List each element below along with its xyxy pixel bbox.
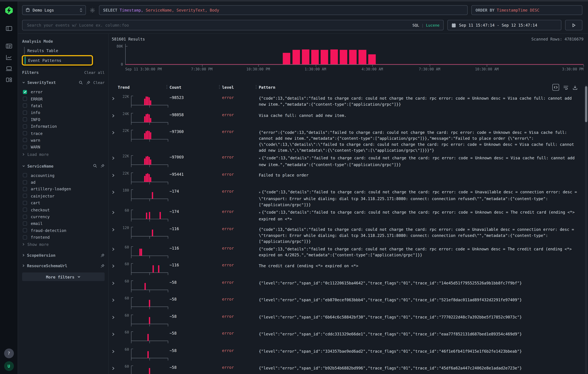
- column-header-level[interactable]: level: [222, 85, 259, 90]
- column-drag-handle[interactable]: [219, 85, 220, 86]
- pattern-text[interactable]: ×{"code":13,"details":"failed to charge …: [259, 153, 583, 167]
- row-expand-chevron[interactable]: [112, 329, 118, 336]
- search-input[interactable]: [26, 22, 412, 28]
- run-query-button[interactable]: [565, 20, 582, 30]
- histogram-bar[interactable]: [283, 53, 290, 64]
- pin-icon[interactable]: [101, 264, 105, 268]
- panel-toggle-icon[interactable]: [5, 25, 12, 32]
- filter-option-info[interactable]: info: [23, 109, 105, 116]
- pattern-text[interactable]: {"level":"error","span_id":"eb870ecef063…: [259, 295, 583, 303]
- pattern-text[interactable]: ×{"code":13,"details":"failed to charge …: [259, 187, 583, 208]
- pattern-text[interactable]: {"level":"error","span_id":"cddc331329e6…: [259, 329, 583, 337]
- row-expand-chevron[interactable]: [112, 111, 118, 118]
- row-expand-chevron[interactable]: [112, 225, 118, 231]
- checkbox[interactable]: [23, 201, 27, 205]
- filter-group-servicename[interactable]: ServiceName: [22, 163, 105, 169]
- pattern-text[interactable]: The credit card (ending <*> expired on <…: [259, 261, 583, 269]
- histogram-bar[interactable]: [321, 50, 328, 64]
- filter-option-error[interactable]: error: [23, 89, 105, 95]
- row-expand-chevron[interactable]: [112, 128, 118, 134]
- analysis-mode-results-table[interactable]: Results Table: [22, 47, 105, 54]
- checkbox[interactable]: [23, 173, 27, 177]
- download-icon[interactable]: [573, 85, 578, 90]
- histogram-bar[interactable]: [302, 50, 309, 64]
- row-expand-chevron[interactable]: [112, 346, 118, 353]
- scrollbar-thumb[interactable]: [585, 86, 587, 122]
- checkbox[interactable]: [23, 117, 27, 121]
- checkbox[interactable]: [23, 90, 27, 94]
- mode-sql[interactable]: SQL: [412, 23, 419, 27]
- filter-option-accounting[interactable]: accounting: [23, 172, 105, 179]
- pattern-text[interactable]: {"level":"error","span_id":"334357bae9ed…: [259, 346, 583, 354]
- histogram-plot[interactable]: [125, 44, 583, 65]
- histogram-bar[interactable]: [292, 50, 300, 64]
- logs-icon[interactable]: [5, 42, 12, 50]
- column-drag-handle[interactable]: [256, 85, 256, 86]
- checkbox[interactable]: [23, 235, 27, 239]
- scrollbar-track[interactable]: [585, 85, 587, 374]
- checkbox[interactable]: [23, 124, 27, 128]
- pattern-text[interactable]: {"code":13,"details":"failed to charge c…: [259, 225, 583, 244]
- checkbox[interactable]: [23, 187, 27, 191]
- dashboards-icon[interactable]: [5, 76, 12, 83]
- filter-option-ad[interactable]: ad: [23, 179, 105, 186]
- row-expand-chevron[interactable]: [112, 295, 118, 302]
- wrap-lines-icon[interactable]: [563, 85, 568, 90]
- code-block-icon[interactable]: [552, 84, 559, 91]
- row-expand-chevron[interactable]: [112, 313, 118, 319]
- row-expand-chevron[interactable]: [112, 170, 118, 177]
- filter-group-scopeversion[interactable]: ScopeVersion: [22, 252, 105, 258]
- filter-option-fatal[interactable]: fatal: [23, 102, 105, 109]
- column-header-pattern[interactable]: Pattern: [259, 85, 583, 90]
- checkbox[interactable]: [23, 131, 27, 135]
- chevron-down-icon[interactable]: [22, 164, 25, 167]
- clear-severity-button[interactable]: Clear: [93, 80, 105, 84]
- pattern-text[interactable]: {"code":13,"details":"failed to charge c…: [259, 94, 583, 107]
- filter-option-warn[interactable]: warn: [23, 137, 105, 144]
- load-more-button[interactable]: Load more: [22, 151, 105, 158]
- histogram-bar[interactable]: [359, 50, 366, 64]
- filter-option-fraud-detection[interactable]: fraud-detection: [23, 227, 105, 234]
- column-header-count[interactable]: Count: [169, 85, 222, 90]
- filter-option-WARN[interactable]: WARN: [23, 144, 105, 151]
- histogram-bar[interactable]: [340, 50, 347, 64]
- row-expand-chevron[interactable]: [112, 94, 118, 101]
- filter-option-email[interactable]: email: [23, 220, 105, 227]
- filter-option-frontend[interactable]: frontend: [23, 234, 105, 241]
- checkbox[interactable]: [23, 214, 27, 219]
- select-query-input[interactable]: SELECT Timestamp, ServiceName, SeverityT…: [99, 5, 468, 15]
- row-expand-chevron[interactable]: [112, 244, 118, 251]
- histogram-bar[interactable]: [311, 50, 319, 64]
- order-by-input[interactable]: ORDER BY TimestampTime DESC: [471, 5, 582, 15]
- column-drag-handle[interactable]: [167, 85, 167, 86]
- row-expand-chevron[interactable]: [112, 208, 118, 214]
- chart-icon[interactable]: [5, 54, 12, 61]
- filter-option-INFO[interactable]: INFO: [23, 116, 105, 123]
- pattern-text[interactable]: {"level":"error","span_id":"0c11220615ba…: [259, 278, 583, 286]
- search-icon[interactable]: [79, 80, 83, 84]
- row-expand-chevron[interactable]: [112, 261, 118, 268]
- pin-icon[interactable]: [86, 80, 90, 84]
- histogram-bar[interactable]: [330, 50, 338, 64]
- pattern-text[interactable]: ×{"code":13,"details":"failed to charge …: [259, 208, 583, 222]
- sessions-icon[interactable]: [5, 65, 12, 72]
- checkbox[interactable]: [23, 228, 27, 232]
- chevron-right-icon[interactable]: [22, 254, 25, 257]
- checkbox[interactable]: [23, 111, 27, 115]
- chevron-down-icon[interactable]: [22, 81, 25, 84]
- mode-lucene[interactable]: Lucene: [426, 23, 440, 27]
- pattern-text[interactable]: Visa cache full: cannot add new item.: [259, 111, 583, 118]
- column-header-trend[interactable]: Trend: [118, 85, 169, 90]
- row-expand-chevron[interactable]: [112, 278, 118, 285]
- pin-icon[interactable]: [101, 253, 105, 257]
- checkbox[interactable]: [23, 138, 27, 142]
- time-range-picker[interactable]: Sep 11 15:47:14 - Sep 12 15:47:14: [447, 20, 561, 30]
- checkbox[interactable]: [23, 97, 27, 101]
- row-expand-chevron[interactable]: [112, 153, 118, 160]
- filter-option-artillery-loadgen[interactable]: artillery-loadgen: [23, 186, 105, 192]
- pattern-text[interactable]: {"level":"error","span_id":"6b64c6c58842…: [259, 313, 583, 320]
- source-select[interactable]: Demo Logs: [22, 5, 86, 15]
- gear-icon[interactable]: [90, 7, 95, 13]
- pattern-text[interactable]: Failed to place order: [259, 170, 583, 178]
- more-filters-button[interactable]: More filters: [22, 273, 105, 281]
